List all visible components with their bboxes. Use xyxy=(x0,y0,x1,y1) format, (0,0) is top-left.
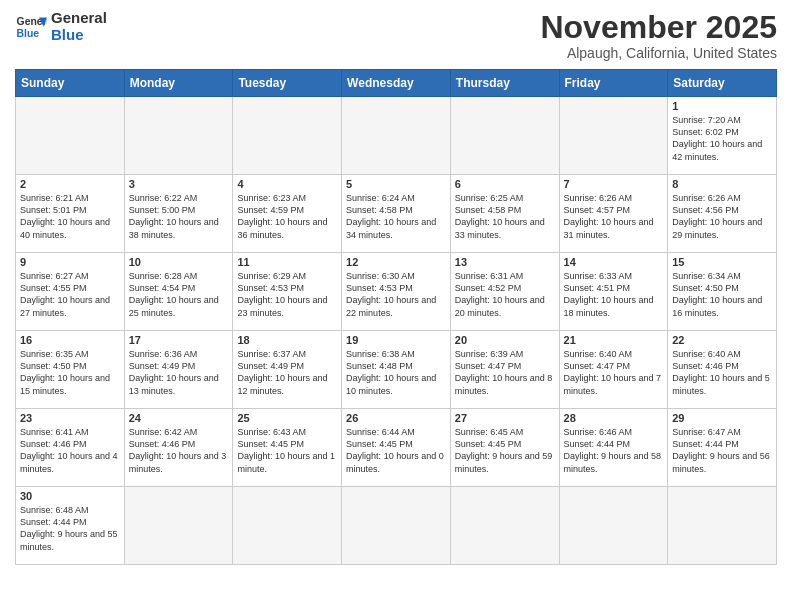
weekday-header-sunday: Sunday xyxy=(16,70,125,97)
day-info: Sunrise: 6:45 AM Sunset: 4:45 PM Dayligh… xyxy=(455,426,555,475)
calendar-cell: 7Sunrise: 6:26 AM Sunset: 4:57 PM Daylig… xyxy=(559,175,668,253)
calendar-cell: 17Sunrise: 6:36 AM Sunset: 4:49 PM Dayli… xyxy=(124,331,233,409)
day-number: 19 xyxy=(346,334,446,346)
calendar-cell: 9Sunrise: 6:27 AM Sunset: 4:55 PM Daylig… xyxy=(16,253,125,331)
day-number: 21 xyxy=(564,334,664,346)
calendar-cell xyxy=(668,487,777,565)
calendar-week-1: 1Sunrise: 7:20 AM Sunset: 6:02 PM Daylig… xyxy=(16,97,777,175)
day-info: Sunrise: 6:40 AM Sunset: 4:46 PM Dayligh… xyxy=(672,348,772,397)
day-info: Sunrise: 6:22 AM Sunset: 5:00 PM Dayligh… xyxy=(129,192,229,241)
calendar-week-5: 23Sunrise: 6:41 AM Sunset: 4:46 PM Dayli… xyxy=(16,409,777,487)
day-number: 30 xyxy=(20,490,120,502)
calendar-week-4: 16Sunrise: 6:35 AM Sunset: 4:50 PM Dayli… xyxy=(16,331,777,409)
day-number: 1 xyxy=(672,100,772,112)
calendar-cell: 16Sunrise: 6:35 AM Sunset: 4:50 PM Dayli… xyxy=(16,331,125,409)
svg-text:Blue: Blue xyxy=(17,27,40,38)
calendar-cell xyxy=(450,97,559,175)
logo-icon: General Blue xyxy=(15,11,47,43)
day-number: 9 xyxy=(20,256,120,268)
day-number: 17 xyxy=(129,334,229,346)
weekday-header-row: SundayMondayTuesdayWednesdayThursdayFrid… xyxy=(16,70,777,97)
calendar-cell: 24Sunrise: 6:42 AM Sunset: 4:46 PM Dayli… xyxy=(124,409,233,487)
calendar-cell: 29Sunrise: 6:47 AM Sunset: 4:44 PM Dayli… xyxy=(668,409,777,487)
day-info: Sunrise: 6:21 AM Sunset: 5:01 PM Dayligh… xyxy=(20,192,120,241)
day-number: 28 xyxy=(564,412,664,424)
day-number: 10 xyxy=(129,256,229,268)
calendar-cell: 26Sunrise: 6:44 AM Sunset: 4:45 PM Dayli… xyxy=(342,409,451,487)
calendar-cell xyxy=(233,487,342,565)
calendar-cell xyxy=(16,97,125,175)
header: General Blue General Blue November 2025 … xyxy=(15,10,777,61)
calendar-cell: 27Sunrise: 6:45 AM Sunset: 4:45 PM Dayli… xyxy=(450,409,559,487)
day-info: Sunrise: 6:24 AM Sunset: 4:58 PM Dayligh… xyxy=(346,192,446,241)
title-block: November 2025 Alpaugh, California, Unite… xyxy=(540,10,777,61)
calendar-header: SundayMondayTuesdayWednesdayThursdayFrid… xyxy=(16,70,777,97)
calendar-cell xyxy=(559,97,668,175)
logo: General Blue General Blue xyxy=(15,10,107,43)
calendar-cell: 25Sunrise: 6:43 AM Sunset: 4:45 PM Dayli… xyxy=(233,409,342,487)
day-number: 15 xyxy=(672,256,772,268)
day-number: 29 xyxy=(672,412,772,424)
day-info: Sunrise: 7:20 AM Sunset: 6:02 PM Dayligh… xyxy=(672,114,772,163)
calendar-cell xyxy=(342,97,451,175)
day-number: 27 xyxy=(455,412,555,424)
day-info: Sunrise: 6:26 AM Sunset: 4:57 PM Dayligh… xyxy=(564,192,664,241)
day-info: Sunrise: 6:38 AM Sunset: 4:48 PM Dayligh… xyxy=(346,348,446,397)
logo-general-text: General xyxy=(51,10,107,27)
location-subtitle: Alpaugh, California, United States xyxy=(540,45,777,61)
day-number: 6 xyxy=(455,178,555,190)
calendar-week-3: 9Sunrise: 6:27 AM Sunset: 4:55 PM Daylig… xyxy=(16,253,777,331)
day-number: 7 xyxy=(564,178,664,190)
day-number: 24 xyxy=(129,412,229,424)
calendar-cell: 4Sunrise: 6:23 AM Sunset: 4:59 PM Daylig… xyxy=(233,175,342,253)
day-info: Sunrise: 6:26 AM Sunset: 4:56 PM Dayligh… xyxy=(672,192,772,241)
day-info: Sunrise: 6:47 AM Sunset: 4:44 PM Dayligh… xyxy=(672,426,772,475)
day-info: Sunrise: 6:31 AM Sunset: 4:52 PM Dayligh… xyxy=(455,270,555,319)
day-info: Sunrise: 6:44 AM Sunset: 4:45 PM Dayligh… xyxy=(346,426,446,475)
calendar-cell: 11Sunrise: 6:29 AM Sunset: 4:53 PM Dayli… xyxy=(233,253,342,331)
calendar-cell: 15Sunrise: 6:34 AM Sunset: 4:50 PM Dayli… xyxy=(668,253,777,331)
weekday-header-friday: Friday xyxy=(559,70,668,97)
weekday-header-monday: Monday xyxy=(124,70,233,97)
day-info: Sunrise: 6:46 AM Sunset: 4:44 PM Dayligh… xyxy=(564,426,664,475)
day-info: Sunrise: 6:28 AM Sunset: 4:54 PM Dayligh… xyxy=(129,270,229,319)
day-info: Sunrise: 6:23 AM Sunset: 4:59 PM Dayligh… xyxy=(237,192,337,241)
calendar-cell xyxy=(559,487,668,565)
calendar-cell xyxy=(450,487,559,565)
day-info: Sunrise: 6:40 AM Sunset: 4:47 PM Dayligh… xyxy=(564,348,664,397)
day-info: Sunrise: 6:37 AM Sunset: 4:49 PM Dayligh… xyxy=(237,348,337,397)
calendar-cell: 13Sunrise: 6:31 AM Sunset: 4:52 PM Dayli… xyxy=(450,253,559,331)
day-number: 25 xyxy=(237,412,337,424)
calendar-cell: 22Sunrise: 6:40 AM Sunset: 4:46 PM Dayli… xyxy=(668,331,777,409)
calendar-cell: 21Sunrise: 6:40 AM Sunset: 4:47 PM Dayli… xyxy=(559,331,668,409)
day-info: Sunrise: 6:42 AM Sunset: 4:46 PM Dayligh… xyxy=(129,426,229,475)
day-number: 3 xyxy=(129,178,229,190)
day-info: Sunrise: 6:35 AM Sunset: 4:50 PM Dayligh… xyxy=(20,348,120,397)
day-info: Sunrise: 6:48 AM Sunset: 4:44 PM Dayligh… xyxy=(20,504,120,553)
calendar-week-2: 2Sunrise: 6:21 AM Sunset: 5:01 PM Daylig… xyxy=(16,175,777,253)
day-info: Sunrise: 6:27 AM Sunset: 4:55 PM Dayligh… xyxy=(20,270,120,319)
calendar-cell: 18Sunrise: 6:37 AM Sunset: 4:49 PM Dayli… xyxy=(233,331,342,409)
calendar-body: 1Sunrise: 7:20 AM Sunset: 6:02 PM Daylig… xyxy=(16,97,777,565)
day-info: Sunrise: 6:25 AM Sunset: 4:58 PM Dayligh… xyxy=(455,192,555,241)
day-info: Sunrise: 6:34 AM Sunset: 4:50 PM Dayligh… xyxy=(672,270,772,319)
day-info: Sunrise: 6:41 AM Sunset: 4:46 PM Dayligh… xyxy=(20,426,120,475)
day-number: 18 xyxy=(237,334,337,346)
calendar-cell: 19Sunrise: 6:38 AM Sunset: 4:48 PM Dayli… xyxy=(342,331,451,409)
day-info: Sunrise: 6:39 AM Sunset: 4:47 PM Dayligh… xyxy=(455,348,555,397)
calendar-cell: 28Sunrise: 6:46 AM Sunset: 4:44 PM Dayli… xyxy=(559,409,668,487)
calendar-cell xyxy=(233,97,342,175)
day-info: Sunrise: 6:33 AM Sunset: 4:51 PM Dayligh… xyxy=(564,270,664,319)
calendar-cell: 14Sunrise: 6:33 AM Sunset: 4:51 PM Dayli… xyxy=(559,253,668,331)
calendar-cell: 23Sunrise: 6:41 AM Sunset: 4:46 PM Dayli… xyxy=(16,409,125,487)
calendar-cell: 5Sunrise: 6:24 AM Sunset: 4:58 PM Daylig… xyxy=(342,175,451,253)
calendar-cell: 8Sunrise: 6:26 AM Sunset: 4:56 PM Daylig… xyxy=(668,175,777,253)
day-number: 14 xyxy=(564,256,664,268)
day-number: 4 xyxy=(237,178,337,190)
calendar-cell: 3Sunrise: 6:22 AM Sunset: 5:00 PM Daylig… xyxy=(124,175,233,253)
day-number: 20 xyxy=(455,334,555,346)
calendar-cell: 6Sunrise: 6:25 AM Sunset: 4:58 PM Daylig… xyxy=(450,175,559,253)
calendar-cell: 12Sunrise: 6:30 AM Sunset: 4:53 PM Dayli… xyxy=(342,253,451,331)
calendar-cell: 20Sunrise: 6:39 AM Sunset: 4:47 PM Dayli… xyxy=(450,331,559,409)
calendar-cell: 30Sunrise: 6:48 AM Sunset: 4:44 PM Dayli… xyxy=(16,487,125,565)
